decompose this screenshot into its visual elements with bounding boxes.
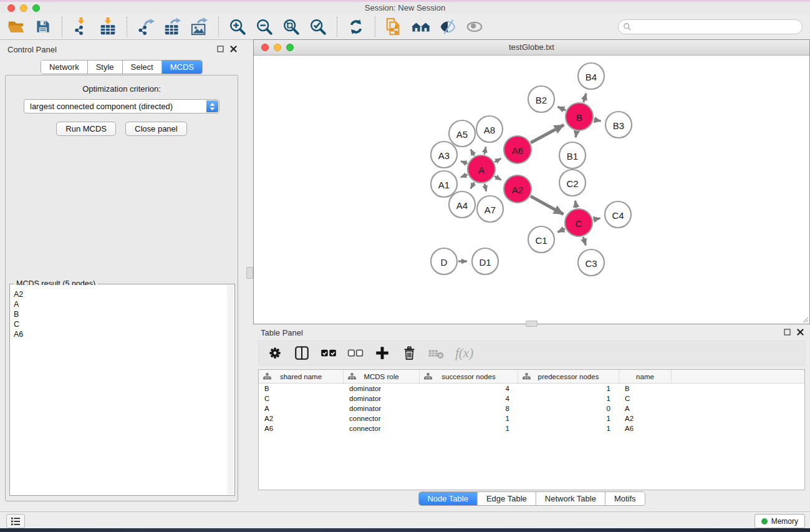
edge-A2-C[interactable] — [531, 196, 564, 215]
edge-C-C2[interactable] — [576, 201, 577, 208]
zoom-selected-button[interactable] — [307, 16, 329, 38]
edge-A-A5[interactable] — [471, 150, 475, 156]
vertical-splitter-grip[interactable] — [246, 267, 253, 279]
import-table-button[interactable] — [97, 16, 119, 38]
window-resize-grip[interactable] — [801, 315, 809, 323]
mcds-result-item[interactable]: A6 — [11, 329, 234, 339]
export-network-button[interactable] — [135, 16, 157, 38]
tab-style[interactable]: Style — [88, 60, 123, 74]
houses-button[interactable] — [410, 16, 432, 38]
deselect-all-button[interactable] — [347, 344, 364, 362]
column-header-predecessor-nodes[interactable]: predecessor nodes — [518, 370, 619, 383]
zoom-out-button[interactable] — [253, 16, 276, 38]
mcds-tab-pane: Optimization criterion: largest connecte… — [5, 75, 238, 501]
float-panel-icon[interactable] — [217, 46, 224, 52]
edge-A-A6[interactable] — [494, 158, 501, 162]
refresh-button[interactable] — [345, 16, 367, 38]
mcds-result-item[interactable]: B — [11, 309, 234, 319]
open-session-button[interactable] — [5, 16, 27, 38]
mcds-result-item[interactable]: C — [11, 319, 234, 329]
edge-C-C4[interactable] — [594, 218, 600, 220]
edge-C-C1[interactable] — [557, 229, 565, 232]
table-cell: A — [619, 404, 672, 414]
edge-A6-B[interactable] — [531, 125, 564, 143]
edge-A-A7[interactable] — [485, 183, 486, 191]
export-table-icon — [163, 17, 182, 36]
table-row[interactable]: Cdominator41C — [259, 394, 804, 404]
zoom-in-icon — [228, 17, 247, 36]
hide-graphics-details-button[interactable] — [436, 16, 459, 38]
network-from-selection-button[interactable] — [383, 16, 405, 38]
run-mcds-button[interactable]: Run MCDS — [56, 122, 116, 136]
import-table-icon — [99, 17, 117, 36]
close-table-panel-icon[interactable] — [797, 329, 804, 336]
table-options-button[interactable] — [266, 344, 284, 362]
criterion-dropdown[interactable]: largest connected component (directed) — [24, 99, 219, 114]
zoom-fit-button[interactable] — [280, 16, 302, 38]
close-panel-icon[interactable] — [230, 46, 237, 52]
tab-edge-table[interactable]: Edge Table — [478, 492, 536, 505]
export-image-button[interactable] — [188, 16, 211, 38]
horizontal-splitter-grip[interactable] — [526, 321, 538, 327]
tab-mcds[interactable]: MCDS — [162, 60, 202, 74]
result-list-scrollbar[interactable] — [227, 285, 234, 495]
network-minimize-icon[interactable] — [274, 44, 281, 51]
function-builder-button[interactable]: f(x) — [455, 346, 473, 361]
desktop-strip-bottom — [0, 528, 810, 532]
float-table-panel-icon[interactable] — [784, 329, 791, 336]
save-session-button[interactable] — [32, 16, 54, 38]
open-folder-icon — [7, 17, 26, 36]
table-row[interactable]: A2connector11A2 — [259, 414, 804, 423]
edge-A-A1[interactable] — [461, 175, 468, 177]
tab-network[interactable]: Network — [41, 60, 88, 74]
network-canvas[interactable]: B4B2BB3A5A8A6A3B1AC2A1A2A4A7C4CC1DD1C3 — [254, 56, 809, 324]
zoom-in-button[interactable] — [226, 16, 249, 38]
table-panel-tabs: Node TableEdge TableNetwork TableMotifs — [418, 491, 645, 506]
minimize-window-icon[interactable] — [20, 4, 27, 12]
edge-B-B1[interactable] — [576, 132, 577, 138]
add-column-button[interactable] — [374, 344, 391, 362]
tab-node-table[interactable]: Node Table — [418, 492, 478, 505]
delete-table-button[interactable] — [427, 344, 445, 362]
tab-network-table[interactable]: Network Table — [536, 492, 605, 505]
zoom-window-icon[interactable] — [32, 4, 40, 12]
search-field — [618, 19, 803, 34]
tab-motifs[interactable]: Motifs — [605, 492, 645, 505]
edge-A-A8[interactable] — [485, 147, 486, 154]
close-window-icon[interactable] — [7, 4, 15, 12]
close-panel-button[interactable]: Close panel — [125, 122, 187, 136]
mcds-result-item[interactable]: A2 — [11, 289, 234, 299]
network-zoom-icon[interactable] — [286, 44, 294, 51]
column-header-successor-nodes[interactable]: successor nodes — [420, 370, 518, 383]
column-header-name[interactable]: name — [619, 370, 672, 383]
table-body: Bdominator41BCdominator41CAdominator80AA… — [259, 384, 804, 433]
node-label-C2: C2 — [566, 178, 578, 189]
node-label-A1: A1 — [438, 180, 450, 190]
search-input[interactable] — [618, 19, 803, 34]
column-visibility-button[interactable] — [293, 344, 311, 362]
edge-C-C3[interactable] — [583, 237, 586, 245]
network-close-icon[interactable] — [261, 44, 269, 51]
column-header-filler — [672, 370, 804, 383]
table-row[interactable]: A6connector11A6 — [259, 423, 804, 433]
table-row[interactable]: Adominator80A — [259, 404, 804, 414]
export-table-button[interactable] — [162, 16, 184, 38]
column-header-MCDS-role[interactable]: MCDS role — [344, 370, 420, 383]
export-image-icon — [190, 17, 209, 36]
column-header-shared-name[interactable]: shared name — [259, 370, 344, 383]
import-network-button[interactable] — [70, 16, 92, 38]
table-row[interactable]: Bdominator41B — [259, 384, 804, 394]
edge-B-B3[interactable] — [594, 120, 601, 121]
mcds-result-item[interactable]: A — [11, 299, 234, 309]
show-graphics-details-button[interactable] — [463, 16, 486, 38]
edge-A-A2[interactable] — [494, 177, 501, 180]
edge-B-B2[interactable] — [557, 107, 566, 110]
task-history-button[interactable] — [6, 514, 25, 528]
edge-A-A3[interactable] — [461, 161, 468, 163]
edge-A-A4[interactable] — [471, 182, 475, 188]
edge-B-B4[interactable] — [584, 94, 586, 102]
select-all-button[interactable] — [320, 344, 337, 362]
memory-button[interactable]: Memory — [755, 514, 805, 528]
delete-column-button[interactable] — [400, 344, 418, 362]
tab-select[interactable]: Select — [123, 60, 162, 74]
